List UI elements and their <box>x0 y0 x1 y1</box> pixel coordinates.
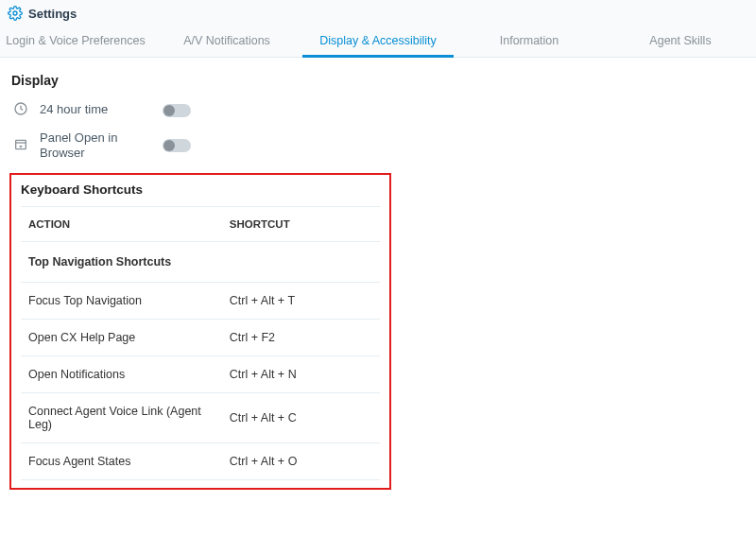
settings-header: Settings <box>0 0 756 25</box>
display-section-title: Display <box>11 73 747 88</box>
col-action: ACTION <box>21 206 222 241</box>
browser-panel-icon <box>11 137 30 155</box>
tab-display-accessibility[interactable]: Display & Accessibility <box>302 25 454 57</box>
tab-av-notifications[interactable]: A/V Notifications <box>151 25 302 57</box>
toggle-24hour[interactable] <box>163 104 191 117</box>
svg-point-0 <box>13 11 17 15</box>
table-row: Open CX Help Page Ctrl + F2 <box>21 319 380 355</box>
cell-shortcut: Ctrl + Alt + O <box>222 442 380 479</box>
table-row: Focus Top Navigation Ctrl + Alt + T <box>21 282 380 319</box>
clock-icon <box>11 101 30 119</box>
col-shortcut: SHORTCUT <box>222 206 380 241</box>
cell-action: Open Notifications <box>21 355 222 392</box>
keyboard-shortcuts-table: ACTION SHORTCUT Top Navigation Shortcuts… <box>21 206 380 480</box>
page-title: Settings <box>28 7 77 21</box>
cell-shortcut: Ctrl + Alt + T <box>222 282 380 319</box>
setting-24hour-label: 24 hour time <box>40 102 153 117</box>
tab-login-voice[interactable]: Login & Voice Preferences <box>0 25 151 57</box>
tab-agent-skills[interactable]: Agent Skills <box>605 25 756 57</box>
cell-action: Open CX Help Page <box>21 319 222 355</box>
tab-information[interactable]: Information <box>454 25 605 57</box>
content-area: Display 24 hour time Panel Open in Brows… <box>0 58 756 499</box>
table-row: Open Notifications Ctrl + Alt + N <box>21 355 380 392</box>
cell-action: Connect Agent Voice Link (Agent Leg) <box>21 392 222 442</box>
cell-action: Focus Agent States <box>21 442 222 479</box>
table-row: Focus Agent States Ctrl + Alt + O <box>21 442 380 479</box>
tab-bar: Login & Voice Preferences A/V Notificati… <box>0 25 756 58</box>
cell-shortcut: Ctrl + F2 <box>222 319 380 355</box>
cell-action: Focus Top Navigation <box>21 282 222 319</box>
cell-shortcut: Ctrl + Alt + C <box>222 392 380 442</box>
table-row: Connect Agent Voice Link (Agent Leg) Ctr… <box>21 392 380 442</box>
keyboard-shortcuts-title: Keyboard Shortcuts <box>11 182 389 206</box>
keyboard-shortcuts-section: Keyboard Shortcuts ACTION SHORTCUT Top N… <box>9 173 391 490</box>
subheader-top-nav: Top Navigation Shortcuts <box>21 241 380 282</box>
gear-icon <box>8 6 23 21</box>
cell-shortcut: Ctrl + Alt + N <box>222 355 380 392</box>
subheader-top-nav-label: Top Navigation Shortcuts <box>21 241 380 282</box>
setting-24hour: 24 hour time <box>9 95 350 125</box>
setting-panel-open: Panel Open in Browser <box>9 125 350 167</box>
toggle-panel-open[interactable] <box>163 139 191 152</box>
setting-panel-open-label: Panel Open in Browser <box>40 130 153 162</box>
